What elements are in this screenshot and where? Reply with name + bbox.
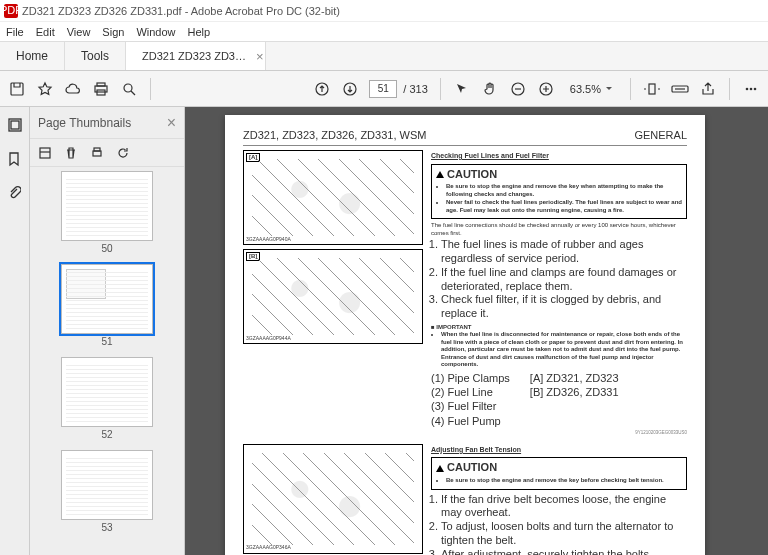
page-up-icon[interactable]	[313, 80, 331, 98]
thumbnail-50[interactable]: 50	[61, 171, 153, 254]
menubar: File Edit View Sign Window Help	[0, 22, 768, 41]
svg-point-13	[746, 87, 749, 90]
search-icon[interactable]	[120, 80, 138, 98]
rail-attachment-icon[interactable]	[7, 185, 23, 201]
menu-sign[interactable]: Sign	[102, 26, 124, 38]
panel-close-icon[interactable]: ×	[167, 114, 176, 132]
menu-help[interactable]: Help	[188, 26, 211, 38]
tabbar: Home Tools ZD321 ZD323 ZD3… ×	[0, 41, 768, 71]
share-icon[interactable]	[699, 80, 717, 98]
star-icon[interactable]	[36, 80, 54, 98]
menu-edit[interactable]: Edit	[36, 26, 55, 38]
page-content: ZD321, ZD323, ZD326, ZD331, WSMGENERAL […	[225, 115, 705, 555]
thumbnails-panel: Page Thumbnails × 50 51 52 53	[30, 107, 185, 555]
scroll-mode-icon[interactable]	[671, 80, 689, 98]
page-down-icon[interactable]	[341, 80, 359, 98]
svg-rect-2	[11, 83, 23, 95]
svg-point-6	[124, 84, 132, 92]
zoom-out-icon[interactable]	[509, 80, 527, 98]
svg-rect-20	[94, 148, 100, 151]
cloud-icon[interactable]	[64, 80, 82, 98]
svg-rect-11	[649, 84, 655, 94]
svg-point-15	[754, 87, 757, 90]
window-title: ZD321 ZD323 ZD326 ZD331.pdf - Adobe Acro…	[22, 5, 340, 17]
panel-options-icon[interactable]	[38, 146, 52, 160]
tab-document[interactable]: ZD321 ZD323 ZD3… ×	[126, 42, 266, 70]
side-rail	[0, 107, 30, 555]
svg-rect-19	[93, 151, 101, 156]
rail-thumbnails-icon[interactable]	[7, 117, 23, 133]
page-number-input[interactable]	[369, 80, 397, 98]
figure-a: [A]3GZAAAAG0P940A	[243, 150, 423, 245]
panel-delete-icon[interactable]	[64, 146, 78, 160]
svg-rect-18	[40, 148, 50, 158]
document-view[interactable]: ZD321, ZD323, ZD326, ZD331, WSMGENERAL […	[185, 107, 768, 555]
tab-document-label: ZD321 ZD323 ZD3…	[142, 50, 246, 62]
pdf-icon: PDF	[4, 4, 18, 18]
window-titlebar: PDF ZD321 ZD323 ZD326 ZD331.pdf - Adobe …	[0, 0, 768, 22]
pointer-icon[interactable]	[453, 80, 471, 98]
menu-file[interactable]: File	[6, 26, 24, 38]
panel-print-icon[interactable]	[90, 146, 104, 160]
save-icon[interactable]	[8, 80, 26, 98]
zoom-in-icon[interactable]	[537, 80, 555, 98]
hand-icon[interactable]	[481, 80, 499, 98]
tab-tools[interactable]: Tools	[65, 42, 126, 70]
svg-rect-17	[11, 121, 19, 129]
print-icon[interactable]	[92, 80, 110, 98]
thumbnail-53[interactable]: 53	[61, 450, 153, 533]
tab-close-icon[interactable]: ×	[256, 49, 264, 64]
figure-b: [B]3GZAAAAG0P944A	[243, 249, 423, 344]
thumbnails-list[interactable]: 50 51 52 53	[30, 167, 184, 555]
svg-text:PDF: PDF	[4, 4, 18, 16]
panel-rotate-icon[interactable]	[116, 146, 130, 160]
main-area: Page Thumbnails × 50 51 52 53 ZD321, ZD3…	[0, 107, 768, 555]
menu-window[interactable]: Window	[136, 26, 175, 38]
zoom-value: 63.5%	[570, 83, 601, 95]
page-total: / 313	[403, 83, 427, 95]
menu-view[interactable]: View	[67, 26, 91, 38]
thumbnail-52[interactable]: 52	[61, 357, 153, 440]
tab-home[interactable]: Home	[0, 42, 65, 70]
page-control: / 313	[369, 80, 427, 98]
toolbar: / 313 63.5%	[0, 71, 768, 107]
thumbnail-51[interactable]: 51	[61, 264, 153, 347]
more-icon[interactable]	[742, 80, 760, 98]
figure-belt: 3GZAAAAG0P346A	[243, 444, 423, 554]
panel-title: Page Thumbnails	[38, 116, 131, 130]
fit-width-icon[interactable]	[643, 80, 661, 98]
rail-bookmark-icon[interactable]	[7, 151, 23, 167]
svg-point-14	[750, 87, 753, 90]
zoom-select[interactable]: 63.5%	[565, 80, 618, 98]
